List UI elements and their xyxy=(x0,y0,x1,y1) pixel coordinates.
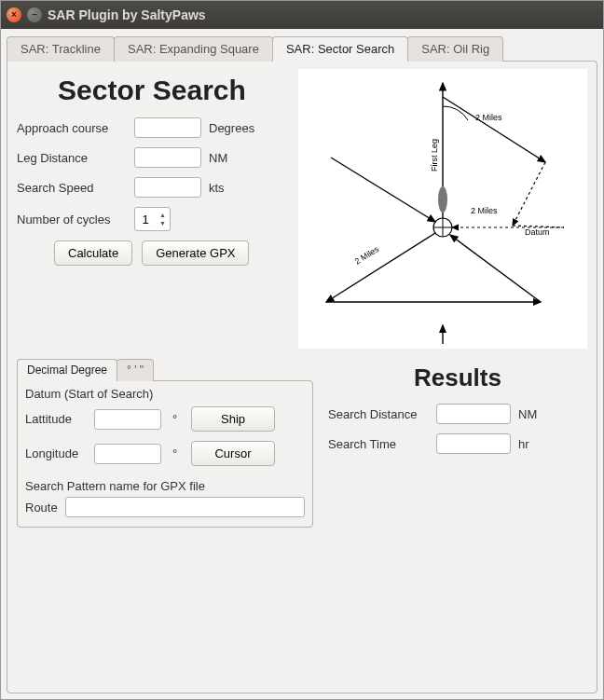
window-close-button[interactable]: × xyxy=(7,7,21,22)
approach-course-unit: Degrees xyxy=(209,121,254,135)
longitude-input[interactable] xyxy=(94,444,161,464)
diagram-datum-label: Datum xyxy=(525,227,550,237)
diagram-2miles-top: 2 Miles xyxy=(475,113,502,122)
search-speed-label: Search Speed xyxy=(17,181,127,195)
gpx-name-label: Search Pattern name for GPX file xyxy=(25,479,305,493)
tab-trackline[interactable]: SAR: Trackline xyxy=(7,36,115,62)
titlebar: × – SAR Plugin by SaltyPaws xyxy=(1,1,603,29)
datum-panel: Datum (Start of Search) Lattitude ° Ship… xyxy=(17,380,313,528)
cycles-input[interactable] xyxy=(135,209,156,229)
search-distance-label: Search Distance xyxy=(328,407,429,421)
tab-expanding-square[interactable]: SAR: Expanding Square xyxy=(114,36,273,62)
search-speed-input[interactable] xyxy=(134,177,201,198)
main-tabs: SAR: Trackline SAR: Expanding Square SAR… xyxy=(7,34,597,61)
cursor-button[interactable]: Cursor xyxy=(191,441,275,466)
svg-line-11 xyxy=(450,235,541,302)
approach-course-label: Approach course xyxy=(17,121,127,135)
svg-line-6 xyxy=(513,162,545,226)
leg-distance-input[interactable] xyxy=(134,147,201,168)
search-time-label: Search Time xyxy=(328,437,429,451)
number-of-cycles-label: Number of cycles xyxy=(17,213,127,226)
route-input[interactable] xyxy=(65,497,305,517)
route-label: Route xyxy=(25,501,58,515)
calculate-button[interactable]: Calculate xyxy=(54,240,132,266)
window-minimize-button[interactable]: – xyxy=(27,7,42,22)
approach-course-input[interactable] xyxy=(134,117,201,138)
search-distance-unit: NM xyxy=(518,407,537,421)
diagram-first-leg-label: First Leg xyxy=(430,139,439,172)
sector-search-diagram: First Leg 2 Miles 2 Miles Datum xyxy=(298,69,587,349)
datum-section-title: Datum (Start of Search) xyxy=(25,387,305,401)
latitude-label: Lattitude xyxy=(25,412,89,426)
tab-dms[interactable]: ° ' " xyxy=(117,359,154,381)
sector-search-heading: Sector Search xyxy=(17,75,287,106)
svg-line-9 xyxy=(326,233,435,302)
leg-distance-unit: NM xyxy=(209,151,227,165)
cycles-stepper[interactable]: ▲ ▼ xyxy=(134,207,171,231)
leg-distance-label: Leg Distance xyxy=(17,151,127,165)
search-time-output[interactable] xyxy=(436,433,511,454)
diagram-2miles-left: 2 Miles xyxy=(353,244,381,267)
longitude-degree-symbol: ° xyxy=(172,446,185,460)
search-time-unit: hr xyxy=(518,437,529,451)
results-heading: Results xyxy=(328,364,587,392)
search-speed-unit: kts xyxy=(209,181,225,195)
latitude-degree-symbol: ° xyxy=(172,412,185,426)
search-distance-output[interactable] xyxy=(436,404,511,424)
longitude-label: Longitude xyxy=(25,446,89,460)
sector-search-panel: Sector Search Approach course Degrees Le… xyxy=(7,61,597,693)
cycles-up-icon[interactable]: ▲ xyxy=(156,211,170,219)
svg-line-5 xyxy=(443,97,545,162)
tab-sector-search[interactable]: SAR: Sector Search xyxy=(272,36,408,62)
window-title: SAR Plugin by SaltyPaws xyxy=(48,7,206,22)
ship-button[interactable]: Ship xyxy=(191,406,275,432)
diagram-2miles-mid: 2 Miles xyxy=(471,206,498,215)
tab-decimal-degree[interactable]: Decimal Degree xyxy=(17,359,117,381)
tab-oil-rig[interactable]: SAR: Oil Rig xyxy=(407,36,503,62)
svg-line-12 xyxy=(331,158,435,222)
datum-tabs: Decimal Degree ° ' " xyxy=(17,356,313,380)
cycles-down-icon[interactable]: ▼ xyxy=(156,219,170,227)
generate-gpx-button[interactable]: Generate GPX xyxy=(142,240,249,266)
svg-point-4 xyxy=(438,186,447,213)
latitude-input[interactable] xyxy=(94,409,161,430)
